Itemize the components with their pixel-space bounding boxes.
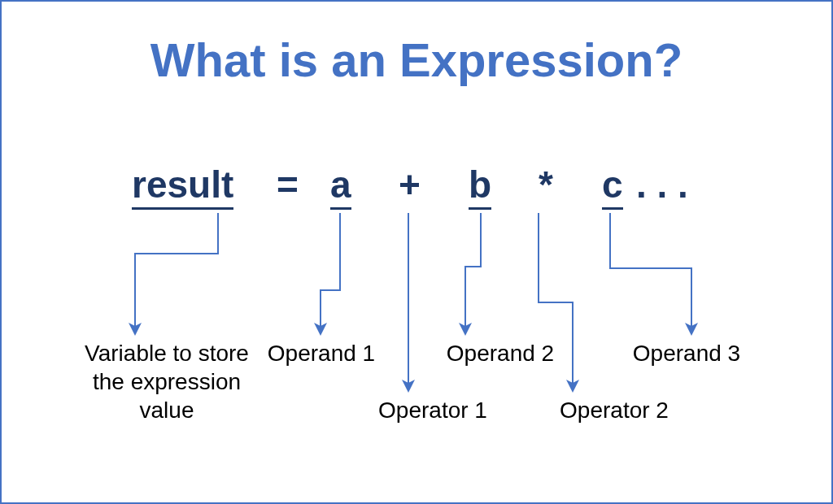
label-variable: Variable to store the expression value: [73, 339, 260, 424]
label-operand-2: Operand 2: [439, 339, 561, 367]
token-b: b: [469, 163, 491, 206]
label-operator-2: Operator 2: [545, 396, 683, 424]
diagram-frame: What is an Expression? result = a + b * …: [0, 0, 833, 504]
token-c: c: [602, 163, 623, 206]
label-operand-3: Operand 3: [621, 339, 752, 367]
label-operator-1: Operator 1: [368, 396, 498, 424]
token-result: result: [132, 163, 233, 206]
diagram-title: What is an Expression?: [2, 33, 831, 87]
label-operand-1: Operand 1: [260, 339, 382, 367]
token-equals: =: [277, 163, 299, 206]
token-times: *: [539, 163, 553, 206]
token-a: a: [330, 163, 351, 206]
token-dots: . . .: [636, 163, 688, 206]
token-plus: +: [399, 163, 421, 206]
